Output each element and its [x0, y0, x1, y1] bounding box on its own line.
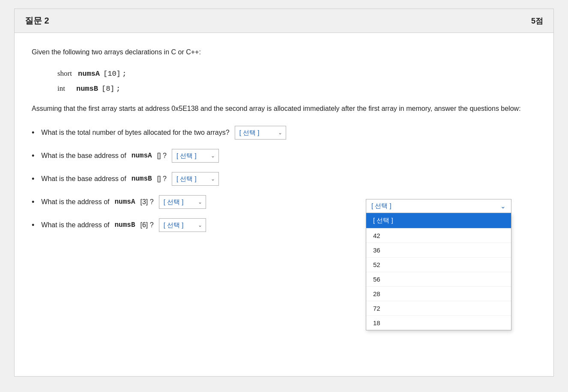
- q4-mono: numsA: [115, 198, 135, 206]
- varname-numsB: numsB: [76, 82, 98, 96]
- dropdown-item-72[interactable]: 72: [366, 301, 511, 316]
- dropdown-item-56[interactable]: 56: [366, 272, 511, 287]
- varname-numsA: numsA: [78, 67, 100, 81]
- q5-text-before: What is the address of: [41, 221, 109, 229]
- code-line-1: short numsA [10] ;: [57, 66, 536, 81]
- q5-select[interactable]: [ 선택 ] ⌄: [159, 218, 206, 232]
- dropdown-item-42[interactable]: 42: [366, 229, 511, 243]
- bullet-4: •: [32, 198, 34, 207]
- intro-text: Given the following two arrays declarati…: [32, 47, 536, 58]
- q2-text-before: What is the base address of: [41, 152, 126, 160]
- dropdown-trigger-label: [ 선택 ]: [371, 202, 392, 210]
- q4-text-before: What is the address of: [41, 198, 109, 206]
- q3-select-label: [ 선택 ]: [176, 175, 197, 183]
- keyword-int: int: [57, 81, 65, 96]
- card-header: 질문 2 5점: [15, 9, 553, 33]
- keyword-short: short: [57, 66, 72, 81]
- bullet-1: •: [32, 128, 34, 137]
- q2-chevron-icon: ⌄: [211, 153, 215, 159]
- dropdown-item-18[interactable]: 18: [366, 316, 511, 330]
- question-points: 5점: [531, 16, 543, 26]
- card-body: Given the following two arrays declarati…: [15, 33, 553, 249]
- question-title: 질문 2: [25, 15, 49, 27]
- dropdown-chevron-icon: ⌄: [500, 202, 506, 210]
- bracket-10: [10] ;: [103, 67, 126, 81]
- dropdown-item-select[interactable]: [ 선택 ]: [366, 213, 511, 229]
- q5-bracket: [6] ?: [141, 221, 154, 229]
- dropdown-list: [ 선택 ] 42 36 52 56 28 72 18: [366, 213, 511, 330]
- dropdown-trigger[interactable]: [ 선택 ] ⌄: [366, 199, 511, 213]
- q4-select[interactable]: [ 선택 ] ⌄: [159, 195, 206, 209]
- q4-bracket: [3] ?: [141, 198, 154, 206]
- q1-chevron-icon: ⌄: [278, 130, 282, 136]
- question-row-3: • What is the base address of numsB [] ?…: [32, 172, 536, 186]
- q1-select-label: [ 선택 ]: [239, 129, 260, 137]
- q3-bracket: [] ?: [157, 175, 167, 183]
- bullet-2: •: [32, 151, 34, 160]
- bullet-3: •: [32, 175, 34, 184]
- q3-chevron-icon: ⌄: [211, 176, 215, 182]
- q2-mono: numsA: [132, 152, 152, 160]
- dropdown-item-36[interactable]: 36: [366, 243, 511, 258]
- dropdown-item-28[interactable]: 28: [366, 287, 511, 301]
- code-block: short numsA [10] ; int numsB [8] ;: [57, 66, 536, 96]
- q4-chevron-icon: ⌄: [198, 199, 202, 205]
- bracket-8: [8] ;: [102, 82, 120, 96]
- q3-text-before: What is the base address of: [41, 175, 126, 183]
- question-card: 질문 2 5점 Given the following two arrays d…: [14, 9, 554, 377]
- q5-select-label: [ 선택 ]: [164, 221, 184, 229]
- q1-select[interactable]: [ 선택 ] ⌄: [235, 126, 286, 140]
- question-row-2: • What is the base address of numsA [] ?…: [32, 149, 536, 163]
- question-row-1: • What is the total number of bytes allo…: [32, 126, 536, 140]
- code-line-2: int numsB [8] ;: [57, 81, 536, 96]
- dropdown-item-52[interactable]: 52: [366, 258, 511, 272]
- q2-select[interactable]: [ 선택 ] ⌄: [172, 149, 219, 163]
- bullet-5: •: [32, 221, 34, 230]
- q3-mono: numsB: [132, 175, 152, 183]
- q3-select[interactable]: [ 선택 ] ⌄: [172, 172, 219, 186]
- q2-bracket: [] ?: [157, 152, 167, 160]
- q4-select-label: [ 선택 ]: [164, 198, 184, 206]
- q5-mono: numsB: [115, 221, 135, 229]
- q1-text: What is the total number of bytes alloca…: [41, 129, 229, 137]
- q2-select-label: [ 선택 ]: [176, 152, 197, 160]
- q5-chevron-icon: ⌄: [198, 222, 202, 228]
- assume-text: Assuming that the first array starts at …: [32, 103, 536, 114]
- dropdown-overlay: [ 선택 ] ⌄ [ 선택 ] 42 36 52 56 28 72 18: [366, 199, 511, 330]
